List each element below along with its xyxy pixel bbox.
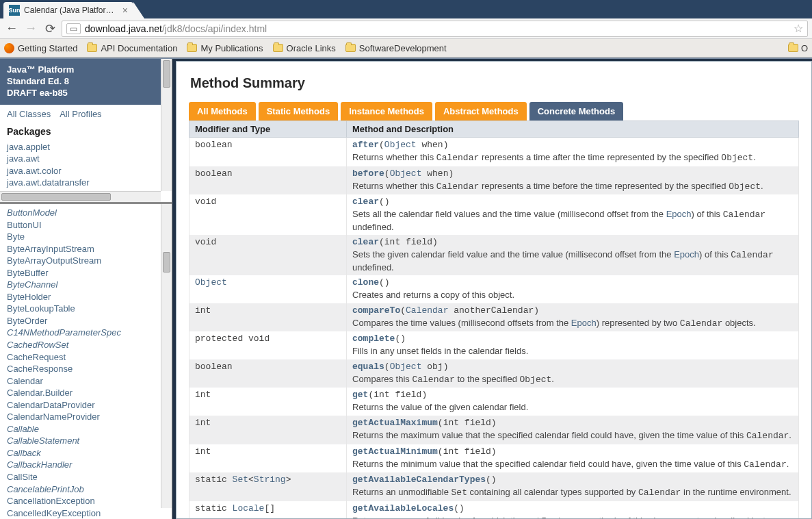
method-return-type: int xyxy=(189,388,347,416)
class-link[interactable]: CacheRequest xyxy=(7,351,165,364)
type-link[interactable]: String xyxy=(254,474,286,485)
method-name-link[interactable]: clone xyxy=(352,277,379,288)
method-tab[interactable]: Static Methods xyxy=(259,102,338,121)
method-name-link[interactable]: complete xyxy=(352,333,395,344)
bookmark-item[interactable]: Getting Started xyxy=(4,43,77,53)
method-tab[interactable]: Abstract Methods xyxy=(435,102,527,121)
bookmark-star-icon[interactable]: ☆ xyxy=(794,22,803,35)
type-link[interactable]: Object xyxy=(384,140,417,150)
class-link[interactable]: CallSite xyxy=(7,471,165,483)
all-profiles-link[interactable]: All Profiles xyxy=(60,109,101,119)
class-link[interactable]: ByteArrayOutputStream xyxy=(7,255,165,267)
reload-button[interactable]: ⟳ xyxy=(42,21,57,36)
class-link[interactable]: CalendarDataProvider xyxy=(7,399,165,412)
doc-link[interactable]: Epoch xyxy=(666,209,692,219)
class-link[interactable]: CancelablePrintJob xyxy=(7,483,165,496)
class-link[interactable]: ByteOrder xyxy=(7,315,165,327)
class-link[interactable]: CalendarNameProvider xyxy=(7,411,165,423)
method-name-link[interactable]: getAvailableLocales xyxy=(352,503,454,514)
class-link[interactable]: C14NMethodParameterSpec xyxy=(7,327,165,339)
doc-link[interactable]: Epoch xyxy=(674,249,699,260)
bookmark-item[interactable]: SoftwareDevelopment xyxy=(345,43,447,53)
method-name-link[interactable]: clear xyxy=(352,197,379,207)
type-link[interactable]: Calendar xyxy=(406,305,448,316)
package-link[interactable]: java.awt.color xyxy=(7,165,165,177)
method-row: voidclear(int field)Sets the given calen… xyxy=(189,235,799,275)
bookmark-item[interactable]: API Documentation xyxy=(87,43,177,53)
package-link[interactable]: java.awt xyxy=(7,153,165,165)
class-link[interactable]: Callback xyxy=(7,447,165,459)
method-cell: clone()Creates and returns a copy of thi… xyxy=(347,275,799,303)
type-link[interactable]: Object xyxy=(390,168,422,179)
method-name-link[interactable]: clear xyxy=(352,237,379,247)
method-name-link[interactable]: getActualMaximum xyxy=(352,418,438,428)
class-link[interactable]: Calendar xyxy=(7,375,165,388)
method-signature: clear() xyxy=(352,197,793,207)
method-name-link[interactable]: equals xyxy=(352,362,384,372)
type-link[interactable]: Object xyxy=(195,277,227,288)
browser-tab[interactable]: Sun Calendar (Java Platform SE × xyxy=(3,2,133,18)
method-description: Fills in any unset fields in the calenda… xyxy=(352,344,793,357)
all-classes-link[interactable]: All Classes xyxy=(7,109,51,119)
class-link[interactable]: CachedRowSet xyxy=(7,339,165,351)
method-description: Returns an array of all locales for whic… xyxy=(352,514,793,519)
method-name-link[interactable]: after xyxy=(352,140,379,150)
site-identity-icon[interactable]: ▭ xyxy=(66,23,81,34)
class-link[interactable]: ButtonModel xyxy=(7,207,165,219)
method-return-type: void xyxy=(189,194,347,235)
platform-line2: Standard Ed. 8 xyxy=(7,76,165,88)
packages-frame[interactable]: Java™ Platform Standard Ed. 8 DRAFT ea-b… xyxy=(0,59,172,204)
method-name-link[interactable]: getActualMinimum xyxy=(352,446,438,457)
bookmark-overflow-label[interactable]: O xyxy=(801,43,808,53)
class-link[interactable]: CacheResponse xyxy=(7,363,165,375)
class-link[interactable]: Callable xyxy=(7,423,165,435)
class-link[interactable]: ByteArrayInputStream xyxy=(7,243,165,255)
method-return-type: Object xyxy=(189,275,347,303)
method-tab[interactable]: All Methods xyxy=(189,102,256,121)
forward-button[interactable]: → xyxy=(23,21,38,36)
type-link[interactable]: Locale xyxy=(233,503,265,514)
type-link[interactable]: Object xyxy=(390,362,422,372)
method-name-link[interactable]: before xyxy=(352,168,384,179)
class-link[interactable]: CallbackHandler xyxy=(7,459,165,471)
vertical-scrollbar[interactable] xyxy=(161,204,172,508)
class-link[interactable]: CallableStatement xyxy=(7,435,165,447)
method-name-link[interactable]: getAvailableCalendarTypes xyxy=(352,474,486,485)
tab-close-icon[interactable]: × xyxy=(122,5,128,16)
classes-list: ButtonModelButtonUIByteByteArrayInputStr… xyxy=(0,204,172,519)
left-frameset: Java™ Platform Standard Ed. 8 DRAFT ea-b… xyxy=(0,59,172,519)
package-link[interactable]: java.applet xyxy=(7,141,165,153)
class-link[interactable]: ByteChannel xyxy=(7,279,165,291)
method-description: Returns whether this Calendar represents… xyxy=(352,179,793,193)
class-link[interactable]: ByteLookupTable xyxy=(7,303,165,315)
type-link[interactable]: Set xyxy=(233,474,248,485)
back-button[interactable]: ← xyxy=(4,21,19,36)
class-link[interactable]: ByteBuffer xyxy=(7,267,165,279)
method-signature: compareTo(Calendar anotherCalendar) xyxy=(352,305,793,316)
all-links-row: All Classes All Profiles xyxy=(0,105,172,122)
class-link[interactable]: CancelledKeyException xyxy=(7,507,165,519)
package-link[interactable]: java.awt.datatransfer xyxy=(7,177,165,189)
method-tab[interactable]: Concrete Methods xyxy=(529,102,623,121)
classes-frame[interactable]: ButtonModelButtonUIByteByteArrayInputStr… xyxy=(0,204,172,519)
method-cell: get(int field)Returns the value of the g… xyxy=(347,388,799,416)
bookmark-item[interactable]: My Publications xyxy=(187,43,263,53)
address-bar[interactable]: ▭ download.java.net/jdk8/docs/api/index.… xyxy=(62,21,808,37)
class-link[interactable]: CancellationException xyxy=(7,495,165,507)
horizontal-scrollbar[interactable] xyxy=(0,191,161,202)
method-name-link[interactable]: compareTo xyxy=(352,305,400,316)
vertical-scrollbar[interactable] xyxy=(161,59,172,191)
class-link[interactable]: Calendar.Builder xyxy=(7,387,165,399)
class-link[interactable]: ButtonUI xyxy=(7,219,165,231)
bookmark-item[interactable]: Oracle Links xyxy=(273,43,336,53)
main-frame[interactable]: Method Summary All MethodsStatic Methods… xyxy=(176,61,812,519)
platform-line3: DRAFT ea-b85 xyxy=(7,88,165,99)
method-tab[interactable]: Instance Methods xyxy=(341,102,432,121)
tab-title: Calendar (Java Platform SE xyxy=(24,5,120,15)
bookmark-folder-icon[interactable] xyxy=(788,44,798,52)
method-name-link[interactable]: get xyxy=(352,390,368,400)
method-description: Creates and returns a copy of this objec… xyxy=(352,288,793,301)
doc-link[interactable]: Epoch xyxy=(571,318,597,328)
class-link[interactable]: Byte xyxy=(7,231,165,243)
class-link[interactable]: ByteHolder xyxy=(7,291,165,303)
